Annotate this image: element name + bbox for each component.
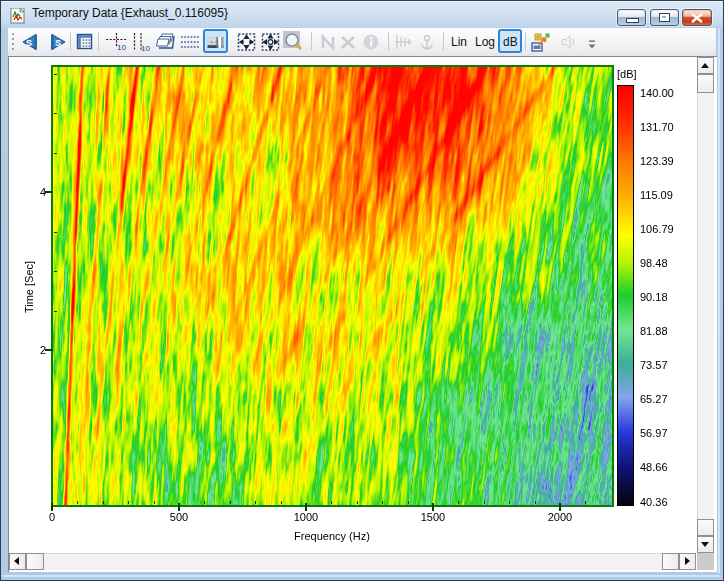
svg-text:10: 10 [141,44,150,53]
svg-text:10: 10 [117,43,126,52]
svg-text:S: S [55,38,61,48]
svg-text:S: S [26,38,32,48]
